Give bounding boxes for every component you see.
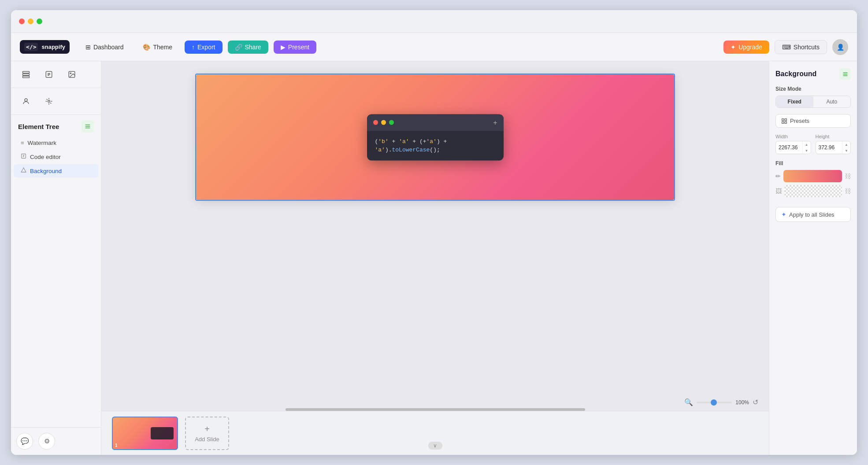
fill-link-icon: ⛓ bbox=[845, 173, 851, 180]
chat-button[interactable]: 💬 bbox=[16, 433, 33, 450]
svg-point-10 bbox=[48, 100, 50, 103]
svg-rect-0 bbox=[23, 71, 30, 73]
zoom-slider[interactable] bbox=[697, 402, 732, 403]
panel-toggle-button[interactable] bbox=[839, 68, 851, 80]
code-str-a2: 'a' bbox=[427, 138, 437, 144]
dashboard-label: Dashboard bbox=[93, 44, 124, 51]
layers-icon-button[interactable] bbox=[18, 66, 34, 82]
svg-rect-2 bbox=[23, 76, 30, 78]
close-button[interactable] bbox=[19, 18, 25, 24]
present-icon: ▶ bbox=[281, 44, 286, 51]
width-input[interactable] bbox=[776, 142, 802, 153]
code-method: toLowerCase bbox=[392, 147, 430, 153]
apply-all-button[interactable]: ✦ Apply to all Slides bbox=[775, 207, 851, 222]
height-field: Height ▲ ▼ bbox=[816, 134, 851, 154]
apply-all-label: Apply to all Slides bbox=[789, 211, 835, 218]
height-spinners: ▲ ▼ bbox=[842, 141, 850, 154]
element-tree-toggle[interactable] bbox=[82, 120, 94, 133]
main-toolbar: </> snappify ⊞ Dashboard 🎨 Theme ↑ Expor… bbox=[11, 33, 857, 61]
zoom-out-button[interactable]: 🔍 bbox=[684, 398, 693, 406]
image-icon-button[interactable] bbox=[64, 66, 80, 82]
code-str-a1: 'a' bbox=[399, 138, 409, 144]
app-window: </> snappify ⊞ Dashboard 🎨 Theme ↑ Expor… bbox=[11, 10, 857, 455]
code-str-b: 'b' bbox=[378, 138, 388, 144]
sidebar-item-code-editor[interactable]: Code editor bbox=[14, 150, 98, 163]
collapse-button[interactable]: ∨ bbox=[428, 442, 442, 450]
add-slide-button[interactable]: + Add Slide bbox=[185, 417, 229, 450]
height-decrement[interactable]: ▼ bbox=[842, 148, 850, 154]
width-increment[interactable]: ▲ bbox=[803, 141, 811, 148]
theme-button[interactable]: 🎨 Theme bbox=[136, 41, 179, 54]
svg-point-9 bbox=[25, 99, 27, 101]
shortcuts-label: Shortcuts bbox=[794, 44, 820, 51]
dimensions-row: Width ▲ ▼ Height ▲ bbox=[775, 134, 851, 154]
title-bar bbox=[11, 10, 857, 33]
image-icon bbox=[68, 70, 76, 78]
logo-icon: </> bbox=[24, 43, 38, 51]
apply-icon: ✦ bbox=[781, 211, 786, 218]
code-window-bar: + bbox=[367, 114, 504, 131]
element-tree-header: Element Tree bbox=[11, 115, 101, 136]
sidebar-item-watermark[interactable]: ≡ Watermark bbox=[14, 137, 98, 149]
zoom-label: 100% bbox=[735, 399, 749, 406]
slide-number: 1 bbox=[115, 443, 118, 448]
settings-button[interactable]: ⚙ bbox=[38, 433, 55, 450]
slide-canvas[interactable]: + ('b' + 'a' + (+'a') + 'a').toLowerCase… bbox=[196, 74, 674, 200]
export-button[interactable]: ↑ Export bbox=[185, 41, 222, 54]
keyboard-icon: ⌨ bbox=[782, 44, 791, 51]
width-field: Width ▲ ▼ bbox=[775, 134, 811, 154]
fill-image-preview[interactable] bbox=[784, 185, 842, 197]
sidebar-item-background[interactable]: Background bbox=[14, 164, 98, 177]
app-name: snappify bbox=[41, 44, 65, 50]
maximize-button[interactable] bbox=[37, 18, 42, 24]
upgrade-icon: ✦ bbox=[731, 44, 736, 51]
person-icon-button[interactable] bbox=[18, 93, 34, 109]
code-content: ('b' + 'a' + (+'a') + 'a').toLowerCase()… bbox=[367, 131, 504, 160]
background-tree-icon bbox=[21, 167, 26, 174]
sidebar-icon-row-1 bbox=[11, 61, 101, 88]
zoom-controls: 🔍 100% ↺ bbox=[684, 398, 758, 406]
text-icon-button[interactable] bbox=[41, 66, 57, 82]
text-icon bbox=[45, 70, 53, 78]
presets-button[interactable]: Presets bbox=[775, 114, 851, 128]
height-input[interactable] bbox=[816, 142, 842, 153]
minimize-button[interactable] bbox=[28, 18, 33, 24]
person-icon bbox=[22, 97, 30, 105]
slide-thumb-code bbox=[151, 427, 174, 439]
watermark-tree-icon: ≡ bbox=[21, 140, 24, 146]
size-mode-label: Size Mode bbox=[775, 86, 851, 92]
fill-color-preview[interactable] bbox=[783, 170, 842, 182]
app-logo[interactable]: </> snappify bbox=[20, 40, 70, 54]
settings-icon: ⚙ bbox=[44, 437, 50, 445]
upgrade-button[interactable]: ✦ Upgrade bbox=[723, 41, 769, 54]
export-icon: ↑ bbox=[192, 44, 195, 51]
code-editor-label: Code editor bbox=[30, 154, 61, 160]
dashboard-button[interactable]: ⊞ Dashboard bbox=[78, 41, 131, 54]
share-button[interactable]: 🔗 Share bbox=[228, 41, 268, 54]
code-str-a3: 'a' bbox=[375, 147, 385, 153]
svg-rect-16 bbox=[782, 118, 784, 120]
shortcuts-button[interactable]: ⌨ Shortcuts bbox=[775, 40, 827, 54]
user-avatar[interactable]: 👤 bbox=[832, 39, 848, 55]
size-mode-auto-button[interactable]: Auto bbox=[813, 96, 851, 107]
width-decrement[interactable]: ▼ bbox=[803, 148, 811, 154]
share-label: Share bbox=[245, 44, 261, 51]
width-label: Width bbox=[775, 134, 811, 139]
present-button[interactable]: ▶ Present bbox=[274, 41, 316, 54]
components-icon-button[interactable] bbox=[41, 93, 57, 109]
code-window-maximize bbox=[389, 120, 394, 125]
dashboard-icon: ⊞ bbox=[85, 44, 91, 51]
fill-image-row: 🖼 ⛓ bbox=[775, 185, 851, 197]
code-paren-open: ( bbox=[375, 138, 378, 144]
size-mode-fixed-button[interactable]: Fixed bbox=[776, 96, 813, 107]
svg-rect-17 bbox=[785, 118, 786, 120]
canvas-area: + ('b' + 'a' + (+'a') + 'a').toLowerCase… bbox=[101, 61, 769, 455]
slide-1-thumbnail[interactable]: 1 bbox=[112, 417, 178, 450]
theme-icon: 🎨 bbox=[143, 44, 150, 51]
zoom-reset-button[interactable]: ↺ bbox=[753, 398, 758, 406]
background-label: Background bbox=[30, 168, 62, 174]
export-label: Export bbox=[197, 44, 215, 51]
height-increment[interactable]: ▲ bbox=[842, 141, 850, 148]
panel-header: Background bbox=[775, 68, 851, 80]
canvas-scroll[interactable]: + ('b' + 'a' + (+'a') + 'a').toLowerCase… bbox=[101, 61, 769, 404]
